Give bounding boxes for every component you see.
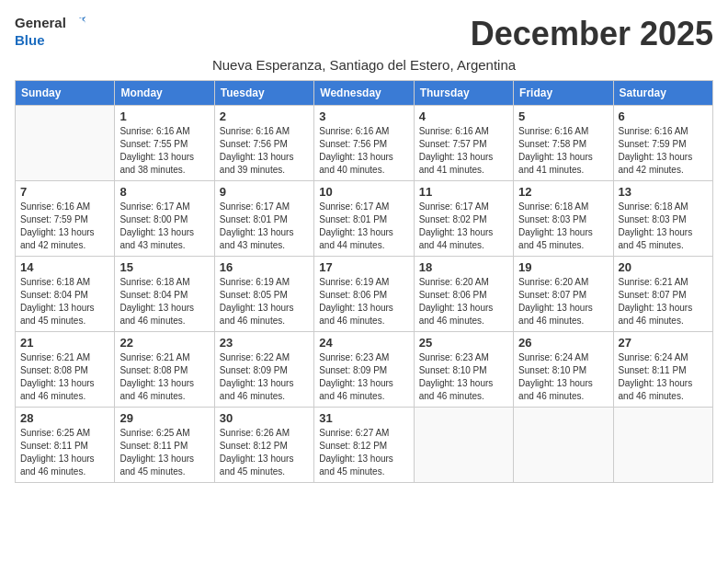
calendar-cell: 16Sunrise: 6:19 AMSunset: 8:05 PMDayligh… [214, 257, 313, 332]
day-number: 27 [619, 336, 708, 350]
day-number: 12 [518, 185, 608, 199]
day-number: 17 [319, 260, 408, 274]
day-detail: Sunrise: 6:25 AMSunset: 8:11 PMDaylight:… [20, 427, 109, 478]
day-number: 15 [119, 260, 209, 274]
weekday-wednesday: Wednesday [314, 81, 414, 106]
calendar-cell [514, 408, 613, 483]
day-number: 1 [119, 109, 209, 123]
day-number: 3 [319, 109, 408, 123]
day-detail: Sunrise: 6:16 AMSunset: 7:55 PMDaylight:… [119, 125, 209, 177]
day-number: 13 [619, 185, 708, 199]
day-detail: Sunrise: 6:19 AMSunset: 8:06 PMDaylight:… [319, 276, 408, 327]
day-number: 20 [619, 260, 708, 274]
day-number: 24 [319, 336, 408, 350]
day-number: 21 [20, 336, 109, 350]
calendar-cell: 5Sunrise: 6:16 AMSunset: 7:58 PMDaylight… [514, 106, 613, 181]
day-detail: Sunrise: 6:18 AMSunset: 8:03 PMDaylight:… [619, 201, 708, 252]
day-detail: Sunrise: 6:27 AMSunset: 8:12 PMDaylight:… [319, 427, 408, 478]
calendar-table: SundayMondayTuesdayWednesdayThursdayFrid… [15, 80, 713, 483]
day-number: 18 [419, 260, 508, 274]
calendar-cell: 13Sunrise: 6:18 AMSunset: 8:03 PMDayligh… [613, 181, 712, 257]
weekday-saturday: Saturday [613, 81, 712, 106]
calendar-cell: 30Sunrise: 6:26 AMSunset: 8:12 PMDayligh… [214, 408, 313, 483]
day-detail: Sunrise: 6:16 AMSunset: 7:59 PMDaylight:… [20, 201, 109, 252]
day-detail: Sunrise: 6:23 AMSunset: 8:09 PMDaylight:… [319, 351, 408, 403]
day-detail: Sunrise: 6:18 AMSunset: 8:04 PMDaylight:… [20, 276, 109, 327]
day-number: 2 [220, 109, 309, 123]
calendar-cell: 2Sunrise: 6:16 AMSunset: 7:56 PMDaylight… [214, 106, 313, 181]
day-detail: Sunrise: 6:24 AMSunset: 8:11 PMDaylight:… [619, 351, 708, 403]
weekday-thursday: Thursday [414, 81, 513, 106]
day-detail: Sunrise: 6:16 AMSunset: 7:58 PMDaylight:… [518, 125, 608, 177]
day-number: 31 [319, 411, 408, 425]
day-detail: Sunrise: 6:19 AMSunset: 8:05 PMDaylight:… [220, 276, 309, 327]
calendar-cell: 18Sunrise: 6:20 AMSunset: 8:06 PMDayligh… [414, 257, 513, 332]
calendar-cell: 10Sunrise: 6:17 AMSunset: 8:01 PMDayligh… [314, 181, 414, 257]
calendar-cell: 28Sunrise: 6:25 AMSunset: 8:11 PMDayligh… [16, 408, 115, 483]
weekday-sunday: Sunday [16, 81, 115, 106]
day-number: 30 [220, 411, 309, 425]
day-number: 23 [220, 336, 309, 350]
day-number: 8 [119, 185, 209, 199]
calendar-body: 1Sunrise: 6:16 AMSunset: 7:55 PMDaylight… [16, 106, 713, 483]
weekday-header-row: SundayMondayTuesdayWednesdayThursdayFrid… [16, 81, 713, 106]
day-detail: Sunrise: 6:17 AMSunset: 8:01 PMDaylight:… [220, 201, 309, 252]
day-number: 10 [319, 185, 408, 199]
calendar-cell: 21Sunrise: 6:21 AMSunset: 8:08 PMDayligh… [16, 332, 115, 408]
day-number: 9 [220, 185, 309, 199]
calendar-week-1: 7Sunrise: 6:16 AMSunset: 7:59 PMDaylight… [16, 181, 713, 257]
logo: General Blue [15, 15, 88, 49]
calendar-cell: 29Sunrise: 6:25 AMSunset: 8:11 PMDayligh… [115, 408, 214, 483]
day-detail: Sunrise: 6:17 AMSunset: 8:02 PMDaylight:… [419, 201, 508, 252]
day-detail: Sunrise: 6:23 AMSunset: 8:10 PMDaylight:… [419, 351, 508, 403]
calendar-cell: 26Sunrise: 6:24 AMSunset: 8:10 PMDayligh… [514, 332, 613, 408]
logo-text: General Blue [15, 15, 88, 49]
month-title: December 2025 [471, 15, 713, 53]
day-number: 29 [119, 411, 209, 425]
day-detail: Sunrise: 6:25 AMSunset: 8:11 PMDaylight:… [119, 427, 209, 478]
calendar-cell: 19Sunrise: 6:20 AMSunset: 8:07 PMDayligh… [514, 257, 613, 332]
calendar-header: SundayMondayTuesdayWednesdayThursdayFrid… [16, 81, 713, 106]
logo-general: General [15, 15, 66, 30]
day-detail: Sunrise: 6:21 AMSunset: 8:08 PMDaylight:… [20, 351, 109, 403]
calendar-cell [16, 106, 115, 181]
day-detail: Sunrise: 6:20 AMSunset: 8:06 PMDaylight:… [419, 276, 508, 327]
calendar-cell: 27Sunrise: 6:24 AMSunset: 8:11 PMDayligh… [613, 332, 712, 408]
calendar-week-2: 14Sunrise: 6:18 AMSunset: 8:04 PMDayligh… [16, 257, 713, 332]
day-detail: Sunrise: 6:21 AMSunset: 8:07 PMDaylight:… [619, 276, 708, 327]
day-detail: Sunrise: 6:18 AMSunset: 8:03 PMDaylight:… [518, 201, 608, 252]
calendar-cell: 9Sunrise: 6:17 AMSunset: 8:01 PMDaylight… [214, 181, 313, 257]
day-number: 28 [20, 411, 109, 425]
day-number: 7 [20, 185, 109, 199]
calendar-cell: 8Sunrise: 6:17 AMSunset: 8:00 PMDaylight… [115, 181, 214, 257]
day-number: 22 [119, 336, 209, 350]
calendar-cell [414, 408, 513, 483]
calendar-cell: 12Sunrise: 6:18 AMSunset: 8:03 PMDayligh… [514, 181, 613, 257]
calendar-cell: 25Sunrise: 6:23 AMSunset: 8:10 PMDayligh… [414, 332, 513, 408]
day-number: 5 [518, 109, 608, 123]
day-number: 6 [619, 109, 708, 123]
calendar-week-3: 21Sunrise: 6:21 AMSunset: 8:08 PMDayligh… [16, 332, 713, 408]
day-detail: Sunrise: 6:16 AMSunset: 7:59 PMDaylight:… [619, 125, 708, 177]
calendar-cell: 20Sunrise: 6:21 AMSunset: 8:07 PMDayligh… [613, 257, 712, 332]
calendar-cell: 15Sunrise: 6:18 AMSunset: 8:04 PMDayligh… [115, 257, 214, 332]
day-detail: Sunrise: 6:16 AMSunset: 7:56 PMDaylight:… [319, 125, 408, 177]
calendar-cell [613, 408, 712, 483]
calendar-cell: 11Sunrise: 6:17 AMSunset: 8:02 PMDayligh… [414, 181, 513, 257]
day-detail: Sunrise: 6:24 AMSunset: 8:10 PMDaylight:… [518, 351, 608, 403]
page-header: General Blue December 2025 [15, 15, 713, 53]
day-detail: Sunrise: 6:18 AMSunset: 8:04 PMDaylight:… [119, 276, 209, 327]
logo-bird-icon [71, 16, 87, 32]
weekday-tuesday: Tuesday [214, 81, 313, 106]
calendar-cell: 14Sunrise: 6:18 AMSunset: 8:04 PMDayligh… [16, 257, 115, 332]
calendar-cell: 23Sunrise: 6:22 AMSunset: 8:09 PMDayligh… [214, 332, 313, 408]
day-detail: Sunrise: 6:20 AMSunset: 8:07 PMDaylight:… [518, 276, 608, 327]
day-detail: Sunrise: 6:21 AMSunset: 8:08 PMDaylight:… [119, 351, 209, 403]
calendar-week-0: 1Sunrise: 6:16 AMSunset: 7:55 PMDaylight… [16, 106, 713, 181]
day-detail: Sunrise: 6:17 AMSunset: 8:00 PMDaylight:… [119, 201, 209, 252]
calendar-cell: 22Sunrise: 6:21 AMSunset: 8:08 PMDayligh… [115, 332, 214, 408]
day-detail: Sunrise: 6:22 AMSunset: 8:09 PMDaylight:… [220, 351, 309, 403]
day-number: 11 [419, 185, 508, 199]
logo-blue: Blue [15, 32, 45, 48]
calendar-cell: 6Sunrise: 6:16 AMSunset: 7:59 PMDaylight… [613, 106, 712, 181]
